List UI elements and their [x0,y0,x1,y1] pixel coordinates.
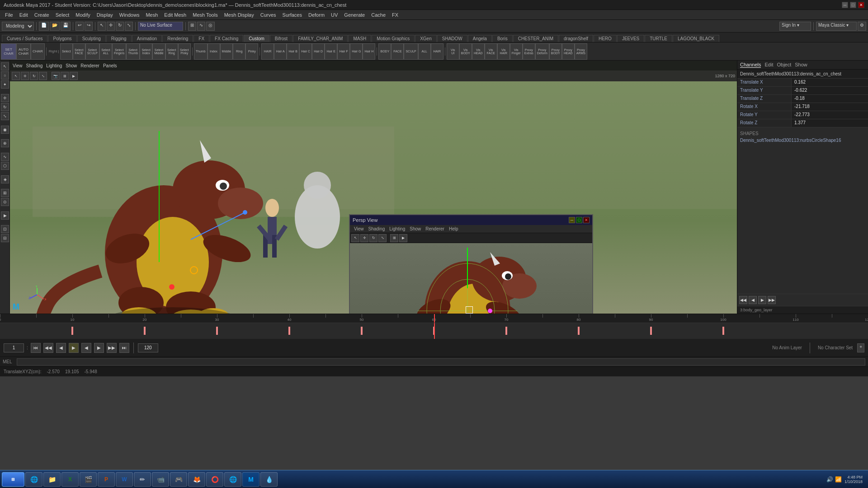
char-vis-head-btn[interactable]: VisHEAD [472,43,485,60]
select-mode-btn[interactable]: ↖ [1,62,9,70]
char-proxy-extras-btn[interactable]: ProxyExtras [523,43,535,60]
live-surface-btn[interactable]: No Live Surface [138,22,183,31]
scale-btn[interactable]: ⤡ [1,112,9,120]
shelf-tab-polygons[interactable]: Polygons [48,35,76,42]
persp-render-btn[interactable]: ▶ [399,234,407,242]
char-fingers-btn[interactable]: SelectFingers [112,43,126,60]
maximize-button[interactable]: □ [850,2,856,8]
taskbar-ie[interactable]: 🌐 [25,472,42,487]
char-proxy-head-btn[interactable]: ProxyHEAD [562,43,575,60]
vp-select-btn[interactable]: ↖ [12,72,20,80]
nav-prev-btn[interactable]: ◀◀ [739,296,747,304]
char-select-btn[interactable]: Select [60,43,73,60]
rotate-tool-btn[interactable]: ↻ [116,22,124,31]
step-forward-btn[interactable]: ▶▶ [107,343,117,353]
taskbar-powerpoint[interactable]: P [98,472,115,487]
mode-dropdown[interactable]: Modeling [2,22,34,31]
persp-grid-btn[interactable]: ⊞ [390,234,398,242]
workspace-btn[interactable]: Maya Classic ▾ [816,22,857,31]
menu-display[interactable]: Display [94,11,116,19]
char-index-btn[interactable]: SelectIndex [140,43,152,60]
keyframe-10[interactable] [71,327,73,335]
char-vis-body-btn[interactable]: VisBODY [459,43,472,60]
taskbar-clock[interactable]: 4:48 PM 1/10/2018 [844,475,863,484]
keyframe-80[interactable] [578,327,580,335]
menu-mesh-display[interactable]: Mesh Display [221,11,257,19]
auto-char-btn[interactable]: AUTOCHAR [16,43,31,60]
vp-grid-btn[interactable]: ⊞ [61,72,69,80]
nav-prev2-btn[interactable]: ◀ [749,296,757,304]
menu-mesh[interactable]: Mesh [142,11,161,19]
vp-menu-show[interactable]: Show [66,63,77,68]
shelf-tab-animation[interactable]: Animation [132,35,162,42]
persp-minimize-btn[interactable]: ─ [569,217,575,223]
channel-value-rz[interactable]: 1.377 [792,119,868,127]
char-thumb-btn[interactable]: SelectThumb [126,43,140,60]
taskbar-watermark[interactable]: 💧 [260,472,278,487]
cb-tab-channels[interactable]: Channels [740,62,761,68]
shelf-tab-rigging[interactable]: Rigging [106,35,132,42]
menu-curves[interactable]: Curves [257,11,279,19]
shelf-tab-jeeves[interactable]: JEEVES [617,35,644,42]
menu-file[interactable]: File [2,11,16,19]
char-hairh-btn[interactable]: Hair H [363,43,375,60]
menu-surfaces[interactable]: Surfaces [279,11,305,19]
persp-menu-help[interactable]: Help [447,226,461,231]
shelf-tab-family-char[interactable]: FAMILY_CHAR_ANIM [293,35,348,42]
menu-windows[interactable]: Windows [116,11,143,19]
char-haird-btn[interactable]: Hair D [312,43,325,60]
shelf-tab-dragon[interactable]: dragonShelf [559,35,593,42]
shelf-tab-shadow[interactable]: SHADOW [437,35,467,42]
next-keyframe-btn[interactable]: ⏭ [119,343,129,353]
snap-curve-btn[interactable]: ∿ [197,22,205,31]
keyframe-70[interactable] [505,327,507,335]
vp-camera-btn[interactable]: 📷 [52,72,60,80]
snap-grid-btn[interactable]: ⊞ [188,22,196,31]
persp-titlebar[interactable]: Persp View ─ □ ✕ [350,215,592,225]
char-ring2-btn[interactable]: Ring [233,43,245,60]
vp-menu-lighting[interactable]: Lighting [46,63,62,68]
char-proxy-deform-btn[interactable]: ProxyDeform [535,43,549,60]
char-btn[interactable]: CHAR [31,43,45,60]
keyframe-90[interactable] [650,327,652,335]
char-middle2-btn[interactable]: Middle [220,43,233,60]
render-btn[interactable]: ▶ [1,211,9,220]
char-hair-btn[interactable]: HAIR [261,43,274,60]
menu-fx[interactable]: FX [389,11,401,19]
curve-tool-btn[interactable]: ∿ [1,153,9,161]
move-btn[interactable]: ✛ [1,94,9,102]
char-hair2-btn[interactable]: HAIR [431,43,443,60]
char-haire-btn[interactable]: Hair E [325,43,337,60]
char-proxy-arms-btn[interactable]: ProxyARMS [575,43,587,60]
channel-value-ty[interactable]: -0.622 [792,87,868,94]
timeline-ruler[interactable]: 0102030405060708090100110120 [0,314,868,323]
start-frame-input[interactable] [4,343,24,352]
shelf-tab-xgen[interactable]: XGen [415,35,437,42]
vp-rotate-btn[interactable]: ↻ [30,72,38,80]
persp-menu-show[interactable]: Show [407,226,423,231]
char-pinky-btn[interactable]: SelectPinky [178,43,191,60]
network-icon[interactable]: 📶 [835,476,842,483]
channel-value-rx[interactable]: -21.718 [792,103,868,111]
char-hairb-btn[interactable]: Hair B [287,43,299,60]
layout-btn[interactable]: ⊡ [1,225,9,233]
persp-scale-btn[interactable]: ⤡ [378,234,387,242]
char-face-btn[interactable]: SelectFACE [73,43,85,60]
taskbar-media[interactable]: 🎬 [80,472,97,487]
anim-layer-add-btn[interactable]: + [857,343,864,352]
paint-btn[interactable]: ✦ [1,80,9,89]
keyframe-50[interactable] [361,327,363,335]
grid-btn[interactable]: ⊞ [1,189,9,197]
shelf-tab-fx-caching[interactable]: FX Caching [210,35,243,42]
taskbar-game[interactable]: 🎮 [170,472,187,487]
layout2-btn[interactable]: ⊟ [1,234,9,242]
undo-btn[interactable]: ↩ [75,22,84,31]
viewport-area[interactable]: View Shading Lighting Show Renderer Pane… [10,61,737,314]
taskbar-chrome[interactable]: 🌐 [224,472,241,487]
redo-btn[interactable]: ↪ [85,22,93,31]
set-char-btn[interactable]: SETChAR [1,43,16,60]
soft-select-btn[interactable]: ◉ [1,126,9,134]
channel-value-tx[interactable]: 0.162 [792,79,868,86]
vp-menu-renderer[interactable]: Renderer [80,63,99,68]
menu-select[interactable]: Select [52,11,73,19]
